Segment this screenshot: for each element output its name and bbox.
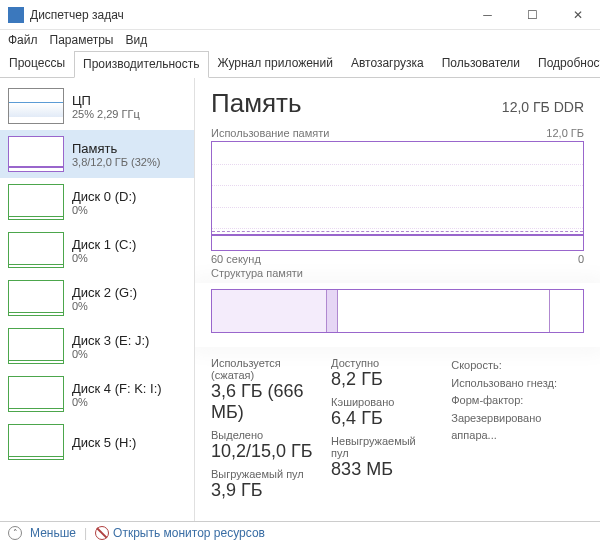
- disk-thumb: [8, 184, 64, 220]
- titlebar: Диспетчер задач ─ ☐ ✕: [0, 0, 600, 30]
- chevron-up-icon[interactable]: ˄: [8, 526, 22, 540]
- composition-free: [550, 290, 583, 332]
- composition-modified: [327, 290, 338, 332]
- stat-nonpaged-value: 833 МБ: [331, 459, 433, 480]
- stat-form-label: Форм-фактор:: [451, 392, 584, 410]
- sidebar-item-sub: 0%: [72, 252, 136, 264]
- sidebar-item-label: Диск 1 (C:): [72, 237, 136, 252]
- tab-details[interactable]: Подробности: [529, 50, 600, 77]
- sidebar-item-sub: 0%: [72, 300, 137, 312]
- composition-standby: [338, 290, 550, 332]
- content: ЦП 25% 2,29 ГГц Память 3,8/12,0 ГБ (32%)…: [0, 78, 600, 521]
- sidebar-item-disk1[interactable]: Диск 1 (C:) 0%: [0, 226, 194, 274]
- menubar: Файл Параметры Вид: [0, 30, 600, 50]
- disk-thumb: [8, 280, 64, 316]
- sidebar-item-sub: 3,8/12,0 ГБ (32%): [72, 156, 160, 168]
- tab-app-history[interactable]: Журнал приложений: [209, 50, 342, 77]
- sidebar-item-disk5[interactable]: Диск 5 (H:): [0, 418, 194, 466]
- footer: ˄ Меньше | Открыть монитор ресурсов: [0, 521, 600, 543]
- page-title: Память: [211, 88, 302, 119]
- stat-cached-label: Кэшировано: [331, 396, 433, 408]
- usage-chart-label: Использование памяти: [211, 127, 329, 139]
- sidebar-item-cpu[interactable]: ЦП 25% 2,29 ГГц: [0, 82, 194, 130]
- sidebar-item-label: Диск 4 (F: K: I:): [72, 381, 162, 396]
- sidebar-item-disk4[interactable]: Диск 4 (F: K: I:) 0%: [0, 370, 194, 418]
- stat-avail-value: 8,2 ГБ: [331, 369, 433, 390]
- sidebar-item-label: Диск 5 (H:): [72, 435, 136, 450]
- memory-usage-chart: [211, 141, 584, 251]
- tab-strip: Процессы Производительность Журнал прило…: [0, 50, 600, 78]
- usage-chart-max: 12,0 ГБ: [546, 127, 584, 139]
- sidebar[interactable]: ЦП 25% 2,29 ГГц Память 3,8/12,0 ГБ (32%)…: [0, 78, 195, 521]
- sidebar-item-label: Диск 2 (G:): [72, 285, 137, 300]
- composition-in-use: [212, 290, 327, 332]
- fewer-details-link[interactable]: Меньше: [30, 526, 76, 540]
- disk-thumb: [8, 424, 64, 460]
- stat-speed-label: Скорость:: [451, 357, 584, 375]
- stat-avail-label: Доступно: [331, 357, 433, 369]
- tab-performance[interactable]: Производительность: [74, 51, 208, 78]
- tab-startup[interactable]: Автозагрузка: [342, 50, 433, 77]
- sidebar-item-sub: 0%: [72, 396, 162, 408]
- disk-thumb: [8, 376, 64, 412]
- disk-thumb: [8, 328, 64, 364]
- resmon-icon: [95, 526, 109, 540]
- sidebar-item-disk2[interactable]: Диск 2 (G:) 0%: [0, 274, 194, 322]
- tab-processes[interactable]: Процессы: [0, 50, 74, 77]
- stat-used-label: Используется (сжатая): [211, 357, 313, 381]
- memory-composition-bar[interactable]: [211, 289, 584, 333]
- stat-slots-label: Использовано гнезд:: [451, 375, 584, 393]
- memory-composition-highlight: [195, 283, 600, 347]
- sidebar-item-label: Диск 0 (D:): [72, 189, 136, 204]
- stats-grid: Используется (сжатая) 3,6 ГБ (666 МБ) Вы…: [211, 357, 584, 507]
- sidebar-item-disk3[interactable]: Диск 3 (E: J:) 0%: [0, 322, 194, 370]
- menu-view[interactable]: Вид: [125, 33, 147, 47]
- menu-file[interactable]: Файл: [8, 33, 38, 47]
- minimize-button[interactable]: ─: [465, 0, 510, 30]
- main-panel: Память 12,0 ГБ DDR Использование памяти …: [195, 78, 600, 521]
- maximize-button[interactable]: ☐: [510, 0, 555, 30]
- memory-thumb: [8, 136, 64, 172]
- stat-reserved-label: Зарезервировано аппара...: [451, 410, 584, 445]
- sidebar-item-sub: 0%: [72, 348, 149, 360]
- close-button[interactable]: ✕: [555, 0, 600, 30]
- cpu-thumb: [8, 88, 64, 124]
- menu-options[interactable]: Параметры: [50, 33, 114, 47]
- sidebar-item-memory[interactable]: Память 3,8/12,0 ГБ (32%): [0, 130, 194, 178]
- sidebar-item-sub: 25% 2,29 ГГц: [72, 108, 140, 120]
- chart-x-right: 0: [578, 253, 584, 265]
- chart-x-left: 60 секунд: [211, 253, 261, 265]
- stat-paged-label: Выгружаемый пул: [211, 468, 313, 480]
- stat-commit-label: Выделено: [211, 429, 313, 441]
- stat-cached-value: 6,4 ГБ: [331, 408, 433, 429]
- separator: |: [84, 526, 87, 540]
- app-icon: [8, 7, 24, 23]
- resmon-link[interactable]: Открыть монитор ресурсов: [95, 526, 265, 540]
- window-title: Диспетчер задач: [30, 8, 465, 22]
- stat-paged-value: 3,9 ГБ: [211, 480, 313, 501]
- sidebar-item-label: ЦП: [72, 93, 140, 108]
- sidebar-item-sub: 0%: [72, 204, 136, 216]
- stat-nonpaged-label: Невыгружаемый пул: [331, 435, 433, 459]
- sidebar-item-label: Память: [72, 141, 160, 156]
- composition-label: Структура памяти: [211, 267, 303, 279]
- tab-users[interactable]: Пользователи: [433, 50, 529, 77]
- stat-commit-value: 10,2/15,0 ГБ: [211, 441, 313, 462]
- sidebar-item-disk0[interactable]: Диск 0 (D:) 0%: [0, 178, 194, 226]
- stat-used-value: 3,6 ГБ (666 МБ): [211, 381, 313, 423]
- memory-capacity: 12,0 ГБ DDR: [502, 99, 584, 115]
- sidebar-item-label: Диск 3 (E: J:): [72, 333, 149, 348]
- disk-thumb: [8, 232, 64, 268]
